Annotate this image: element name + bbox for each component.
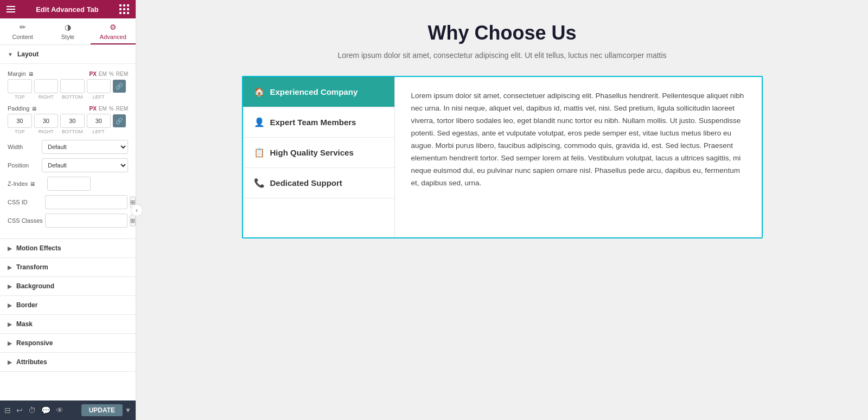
tab-style[interactable]: ◑ Style bbox=[45, 18, 90, 44]
border-section: ▶ Border bbox=[0, 296, 136, 315]
margin-label: Margin bbox=[8, 70, 26, 77]
position-select[interactable]: Default bbox=[42, 158, 128, 172]
padding-unit-px[interactable]: PX bbox=[90, 106, 97, 112]
padding-bottom[interactable] bbox=[60, 114, 85, 128]
quality-icon: 📋 bbox=[254, 147, 265, 158]
padding-unit-em[interactable]: EM bbox=[99, 106, 107, 112]
section-heading: Why Choose Us bbox=[242, 22, 763, 44]
padding-left-label: LEFT bbox=[87, 129, 111, 134]
margin-bottom[interactable] bbox=[60, 79, 85, 93]
widget-tabs: 🏠 Experienced Company 👤 Expert Team Memb… bbox=[243, 77, 395, 237]
motion-effects-header[interactable]: ▶ Motion Effects bbox=[0, 239, 136, 257]
margin-right[interactable] bbox=[34, 79, 59, 93]
margin-link-btn[interactable]: 🔗 bbox=[113, 80, 126, 93]
widget-tab-quality-label: High Quality Services bbox=[270, 148, 354, 157]
mask-label: Mask bbox=[16, 320, 33, 328]
margin-top-label: TOP bbox=[8, 94, 32, 100]
grid-icon[interactable] bbox=[119, 4, 129, 14]
widget-tab-support[interactable]: 📞 Dedicated Support bbox=[243, 168, 394, 198]
margin-sub-labels: TOP RIGHT BOTTOM LEFT bbox=[8, 94, 128, 100]
tab-content-label: Content bbox=[12, 34, 33, 40]
layout-section-header[interactable]: ▼ Layout bbox=[0, 45, 136, 64]
cssid-row: CSS ID ⊞ bbox=[8, 195, 128, 209]
padding-unit-pct[interactable]: % bbox=[109, 106, 114, 112]
cssclasses-row: CSS Classes ⊞ bbox=[8, 214, 128, 228]
widget-tab-expert[interactable]: 👤 Expert Team Members bbox=[243, 107, 394, 138]
margin-bottom-label: BOTTOM bbox=[60, 94, 85, 100]
widget-tab-experienced-label: Experienced Company bbox=[270, 87, 358, 96]
sidebar-collapse-btn[interactable]: ‹ bbox=[131, 204, 143, 216]
comments-icon[interactable]: 💬 bbox=[41, 406, 50, 415]
widget-content: Lorem ipsum dolor sit amet, consectetuer… bbox=[395, 77, 762, 237]
widget-tab-experienced[interactable]: 🏠 Experienced Company bbox=[243, 77, 394, 107]
margin-units: PX EM % REM bbox=[90, 71, 128, 77]
background-header[interactable]: ▶ Background bbox=[0, 277, 136, 295]
padding-top[interactable] bbox=[8, 114, 32, 128]
margin-left[interactable] bbox=[87, 79, 111, 93]
margin-field: Margin 🖥 PX EM % REM bbox=[8, 70, 128, 100]
visibility-icon[interactable]: 👁 bbox=[56, 406, 63, 415]
margin-left-label: LEFT bbox=[87, 94, 111, 100]
hamburger-icon[interactable] bbox=[7, 6, 15, 12]
position-row: Position Default bbox=[8, 158, 128, 172]
attributes-section: ▶ Attributes bbox=[0, 353, 136, 372]
section-title-area: Why Choose Us Lorem ipsum dolor sit amet… bbox=[242, 22, 763, 60]
transform-header[interactable]: ▶ Transform bbox=[0, 258, 136, 276]
expert-icon: 👤 bbox=[254, 117, 265, 127]
padding-bottom-label: BOTTOM bbox=[60, 129, 85, 134]
background-section: ▶ Background bbox=[0, 277, 136, 296]
cssid-input[interactable] bbox=[45, 195, 127, 209]
sidebar-content: ▼ Layout Margin 🖥 PX EM bbox=[0, 45, 136, 400]
padding-right[interactable] bbox=[34, 114, 59, 128]
width-label: Width bbox=[8, 144, 37, 150]
zindex-label: Z-Index 🖥 bbox=[8, 180, 43, 187]
bottom-bar: ⊟ ↩ ⏱ 💬 👁 UPDATE ▼ bbox=[0, 400, 136, 420]
mask-section: ▶ Mask bbox=[0, 315, 136, 334]
margin-top[interactable] bbox=[8, 79, 32, 93]
widget-content-text: Lorem ipsum dolor sit amet, consectetuer… bbox=[411, 90, 745, 190]
responsive-header[interactable]: ▶ Responsive bbox=[0, 334, 136, 352]
tab-advanced[interactable]: ⚙ Advanced bbox=[91, 18, 136, 44]
tab-content[interactable]: ✏ Content bbox=[0, 18, 45, 44]
padding-label: Padding bbox=[8, 105, 29, 112]
widget-tab-quality[interactable]: 📋 High Quality Services bbox=[243, 138, 394, 168]
padding-link-btn[interactable]: 🔗 bbox=[113, 114, 126, 127]
cssclasses-input[interactable] bbox=[45, 214, 127, 228]
section-subtitle: Lorem ipsum dolor sit amet, consectetur … bbox=[242, 51, 763, 60]
update-button[interactable]: UPDATE bbox=[81, 404, 123, 416]
main-content: Why Choose Us Lorem ipsum dolor sit amet… bbox=[136, 0, 868, 420]
border-header[interactable]: ▶ Border bbox=[0, 296, 136, 314]
padding-left[interactable] bbox=[87, 114, 111, 128]
cssclasses-clear-btn[interactable]: ⊞ bbox=[130, 215, 136, 227]
margin-inputs: 🔗 bbox=[8, 79, 128, 93]
position-label: Position bbox=[8, 162, 37, 169]
padding-units: PX EM % REM bbox=[90, 106, 128, 112]
background-arrow: ▶ bbox=[8, 283, 12, 289]
layers-icon[interactable]: ⊟ bbox=[4, 406, 11, 415]
history-icon[interactable]: ⏱ bbox=[28, 406, 36, 415]
sidebar-header: Edit Advanced Tab bbox=[0, 0, 136, 18]
width-row: Width Default bbox=[8, 140, 128, 154]
margin-unit-pct[interactable]: % bbox=[109, 71, 114, 77]
attributes-label: Attributes bbox=[16, 358, 47, 366]
undo-icon[interactable]: ↩ bbox=[16, 406, 23, 415]
editor-tabs: ✏ Content ◑ Style ⚙ Advanced bbox=[0, 18, 136, 45]
margin-unit-px[interactable]: PX bbox=[90, 71, 97, 77]
margin-right-label: RIGHT bbox=[34, 94, 59, 100]
attributes-arrow: ▶ bbox=[8, 359, 12, 365]
zindex-row: Z-Index 🖥 bbox=[8, 177, 128, 191]
border-label: Border bbox=[16, 301, 37, 309]
motion-effects-section: ▶ Motion Effects bbox=[0, 239, 136, 258]
tab-style-label: Style bbox=[61, 34, 74, 40]
mask-header[interactable]: ▶ Mask bbox=[0, 315, 136, 333]
margin-unit-rem[interactable]: REM bbox=[116, 71, 128, 77]
padding-unit-rem[interactable]: REM bbox=[116, 106, 128, 112]
margin-unit-em[interactable]: EM bbox=[99, 71, 107, 77]
margin-label-row: Margin 🖥 PX EM % REM bbox=[8, 70, 128, 77]
layout-arrow: ▼ bbox=[8, 51, 13, 57]
attributes-header[interactable]: ▶ Attributes bbox=[0, 353, 136, 371]
width-select[interactable]: Default bbox=[42, 140, 128, 154]
zindex-input[interactable] bbox=[47, 177, 91, 191]
update-dropdown-icon[interactable]: ▼ bbox=[125, 406, 131, 414]
background-label: Background bbox=[16, 282, 54, 290]
